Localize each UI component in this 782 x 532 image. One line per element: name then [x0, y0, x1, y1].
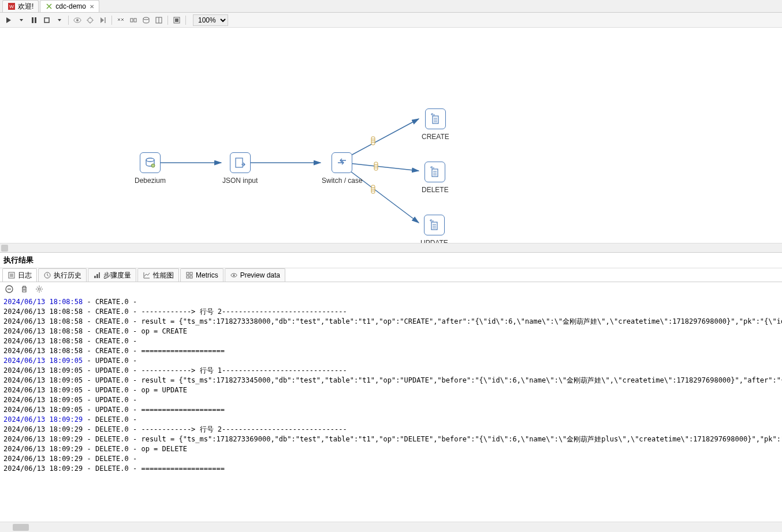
node-label: DELETE	[422, 186, 449, 194]
rtab-label: Metrics	[196, 271, 218, 279]
log-line: 2024/06/13 18:09:29 - DELETE.0 - -------…	[3, 425, 779, 434]
metrics-icon	[185, 271, 193, 279]
node-update[interactable]: UPDATE	[420, 215, 448, 247]
log-line: 2024/06/13 18:08:58 - CREATE.0 - result …	[3, 317, 779, 327]
text-output-icon	[424, 162, 445, 182]
log-line: 2024/06/13 18:09:29 - DELETE.0 - result …	[3, 434, 779, 444]
svg-point-37	[146, 158, 154, 162]
svg-rect-63	[190, 276, 192, 278]
hop-icon	[370, 185, 377, 194]
svg-point-38	[151, 164, 155, 167]
log-line: 2024/06/13 18:09:05 - UPDATE.0 - op = UP…	[3, 385, 779, 395]
tab-preview-data[interactable]: Preview data	[225, 268, 285, 282]
log-content[interactable]: 2024/06/13 18:08:58 - CREATE.0 - 2024/06…	[0, 296, 782, 527]
impact-icon[interactable]	[128, 15, 139, 25]
tab-log[interactable]: 日志	[2, 268, 37, 282]
debug-icon[interactable]	[85, 15, 95, 25]
hop-icon	[373, 162, 379, 171]
verify-icon[interactable]	[116, 15, 126, 25]
scrollbar-thumb[interactable]	[13, 524, 29, 527]
edges	[0, 28, 782, 252]
bottom-scrollbar[interactable]	[0, 522, 782, 527]
svg-point-7	[88, 18, 92, 23]
switch-icon	[332, 152, 352, 173]
clock-icon	[43, 271, 51, 279]
show-results-icon[interactable]	[172, 15, 182, 25]
node-label: Debezium	[135, 177, 166, 185]
svg-rect-4	[44, 18, 49, 23]
log-line: 2024/06/13 18:09:29 - DELETE.0 -	[3, 454, 779, 464]
zoom-select[interactable]: 100%	[193, 14, 228, 26]
svg-rect-58	[96, 274, 98, 278]
node-debezium[interactable]: Debezium	[135, 152, 166, 185]
clear-log-icon[interactable]	[5, 284, 14, 294]
log-line: 2024/06/13 18:09:05 - UPDATE.0 - =======…	[3, 405, 779, 415]
canvas-toolbar: 100%	[0, 13, 782, 28]
chart-icon	[143, 271, 151, 279]
pause-button[interactable]	[29, 15, 39, 25]
svg-point-65	[233, 275, 234, 276]
separator	[185, 16, 186, 25]
text-output-icon	[425, 108, 446, 129]
run-dropdown-icon[interactable]	[16, 15, 27, 25]
log-icon	[8, 271, 16, 279]
node-delete[interactable]: DELETE	[422, 162, 449, 194]
stop-dropdown-icon[interactable]	[54, 15, 65, 25]
log-line: 2024/06/13 18:09:05 - UPDATE.0 -	[3, 356, 779, 366]
tab-label: 欢迎!	[18, 2, 33, 12]
close-icon[interactable]: ✕	[90, 3, 94, 10]
rtab-label: Preview data	[240, 271, 280, 279]
tab-welcome[interactable]: W 欢迎!	[2, 0, 39, 12]
run-button[interactable]	[3, 15, 14, 25]
separator	[111, 16, 112, 25]
separator	[167, 16, 168, 25]
svg-point-70	[38, 288, 40, 290]
sql-icon[interactable]	[141, 15, 151, 25]
tab-performance[interactable]: 性能图	[137, 268, 179, 282]
svg-rect-62	[187, 276, 189, 278]
eye-icon	[230, 271, 238, 279]
node-create[interactable]: CREATE	[422, 108, 449, 141]
tab-label: cdc-demo	[55, 2, 86, 10]
results-header: 执行结果	[0, 253, 782, 268]
svg-rect-14	[134, 18, 136, 22]
json-input-icon	[230, 152, 251, 173]
tab-cdc-demo[interactable]: cdc-demo ✕	[40, 0, 99, 12]
explore-icon[interactable]	[154, 15, 164, 25]
log-line: 2024/06/13 18:08:58 - CREATE.0 - =======…	[3, 346, 779, 356]
trash-icon[interactable]	[20, 284, 29, 294]
rtab-label: 执行历史	[54, 271, 81, 280]
welcome-icon: W	[8, 2, 16, 10]
log-line: 2024/06/13 18:09:05 - UPDATE.0 -	[3, 395, 779, 405]
transformation-icon	[45, 2, 53, 10]
svg-point-6	[76, 19, 79, 21]
canvas[interactable]: Debezium JSON input Switch / case CREATE…	[0, 28, 782, 253]
tab-history[interactable]: 执行历史	[38, 268, 87, 282]
preview-icon[interactable]	[72, 15, 83, 25]
stop-button[interactable]	[42, 15, 52, 25]
separator	[68, 16, 69, 25]
node-label: Switch / case	[322, 177, 363, 185]
svg-rect-39	[236, 158, 243, 167]
tab-metrics[interactable]: Metrics	[180, 268, 224, 282]
log-line: 2024/06/13 18:08:58 - CREATE.0 - op = CR…	[3, 327, 779, 336]
svg-rect-61	[190, 272, 192, 275]
node-json-input[interactable]: JSON input	[222, 152, 258, 185]
tab-step-metrics[interactable]: 步骤度量	[88, 268, 136, 282]
log-line: 2024/06/13 18:09:05 - UPDATE.0 - -------…	[3, 366, 779, 376]
node-switch-case[interactable]: Switch / case	[322, 152, 363, 185]
settings-icon[interactable]	[35, 284, 44, 294]
log-line: 2024/06/13 18:08:58 - CREATE.0 - -------…	[3, 307, 779, 317]
log-line: 2024/06/13 18:09:05 - UPDATE.0 - result …	[3, 376, 779, 385]
results-tabs: 日志 执行历史 步骤度量 性能图 Metrics Preview data	[0, 268, 782, 282]
svg-rect-60	[187, 272, 189, 275]
horizontal-scrollbar[interactable]	[0, 243, 782, 252]
scrollbar-thumb[interactable]	[1, 245, 8, 252]
hop-icon	[370, 136, 377, 145]
steps-icon	[93, 271, 101, 279]
replay-icon[interactable]	[98, 15, 108, 25]
svg-rect-2	[32, 17, 33, 23]
log-line: 2024/06/13 18:09:29 - DELETE.0 -	[3, 415, 779, 425]
svg-rect-19	[175, 18, 178, 22]
svg-text:W: W	[9, 4, 14, 9]
